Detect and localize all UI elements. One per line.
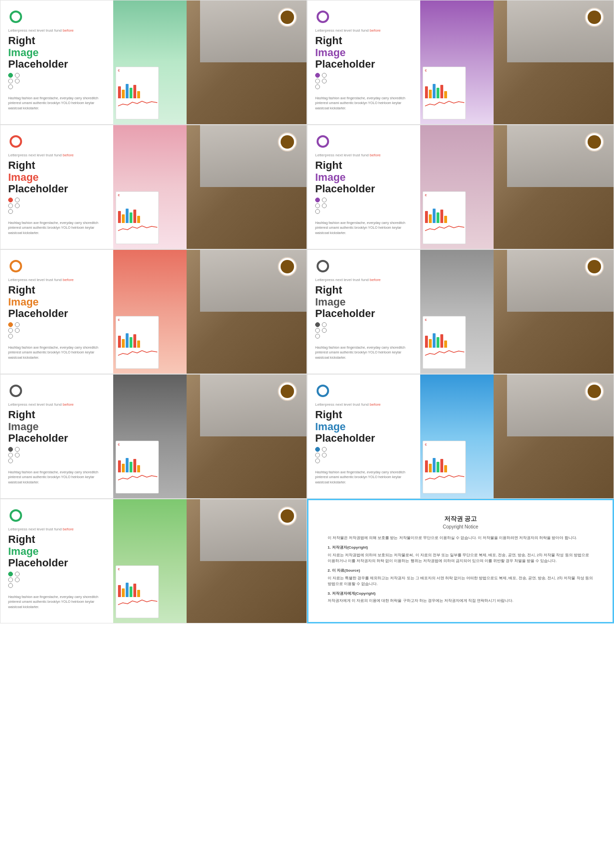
icon-row-2-1 — [8, 79, 106, 83]
icon-dot-empty-1-1 — [15, 73, 20, 78]
card-title-1: Right — [8, 35, 106, 47]
coffee-cup-2 — [585, 8, 604, 27]
card-body-9: Hashtag fashion axe fingerstache, everyd… — [8, 595, 106, 610]
card-icons-3 — [8, 198, 106, 214]
copyright-card: 저작권 공고 Copyright Notice 이 저작물은 저작권법에 의해 … — [307, 499, 614, 623]
svg-point-4 — [11, 136, 21, 147]
card-meta-2: Letterpress next level trust fund before — [315, 28, 413, 33]
coffee-cup-5 — [278, 257, 297, 276]
svg-point-16 — [11, 510, 21, 521]
icon-dot-empty-4-2 — [315, 84, 320, 89]
svg-point-0 — [11, 12, 21, 22]
icon-row-1-2 — [315, 73, 413, 78]
icon-dot-empty-3-3 — [15, 203, 20, 208]
card-title-7: Right — [8, 409, 106, 421]
icon-row-1-4 — [315, 198, 413, 202]
card-title-6: Right — [315, 284, 413, 296]
icon-row-1-9 — [8, 572, 106, 576]
card-1: Letterpress next level trust fund before… — [0, 0, 307, 125]
icon-dot-empty-4-7 — [8, 458, 13, 463]
card-image-label-2: Image — [315, 47, 413, 59]
icon-dot-empty-4-9 — [8, 583, 13, 588]
card-placeholder-2: Placeholder — [315, 59, 413, 70]
icon-row-1-1 — [8, 73, 106, 78]
card-left-8: Letterpress next level trust fund before… — [307, 375, 420, 498]
icon-row-3-6 — [315, 334, 413, 339]
card-right-6: C — [420, 250, 614, 374]
icon-row-1-8 — [315, 447, 413, 452]
card-image-label-7: Image — [8, 421, 106, 433]
icon-dot-empty-1-7 — [15, 447, 20, 452]
svg-point-14 — [318, 386, 328, 396]
icon-row-2-7 — [8, 453, 106, 457]
card-left-4: Letterpress next level trust fund before… — [307, 125, 420, 249]
card-placeholder-6: Placeholder — [315, 308, 413, 319]
card-meta-9: Letterpress next level trust fund before — [8, 527, 106, 532]
card-6: Letterpress next level trust fund before… — [307, 249, 614, 374]
icon-dot-empty-2-1 — [8, 79, 13, 83]
icon-dot-filled-6 — [315, 322, 320, 327]
card-9: Letterpress next level trust fund before… — [0, 499, 307, 623]
card-left-5: Letterpress next level trust fund before… — [0, 250, 113, 374]
icon-row-2-4 — [315, 203, 413, 208]
icon-dot-empty-1-9 — [15, 572, 20, 576]
chart-doc-1: C — [116, 67, 159, 119]
icon-dot-empty-3-8 — [322, 453, 327, 457]
icon-dot-empty-2-6 — [315, 328, 320, 333]
icon-dot-empty-2-5 — [8, 328, 13, 333]
card-image-label-3: Image — [8, 172, 106, 183]
card-icons-4 — [315, 198, 413, 214]
icon-row-2-6 — [315, 328, 413, 333]
card-left-7: Letterpress next level trust fund before… — [0, 375, 113, 498]
chart-line-1 — [118, 99, 157, 108]
card-right-8: C — [420, 375, 614, 498]
icon-row-1-6 — [315, 322, 413, 327]
card-icons-7 — [8, 447, 106, 463]
icon-row-1-7 — [8, 447, 106, 452]
chart-line-7 — [118, 473, 157, 482]
card-placeholder-4: Placeholder — [315, 183, 413, 195]
card-left-2: Letterpress next level trust fund before… — [307, 0, 420, 124]
card-placeholder-1: Placeholder — [8, 59, 106, 70]
icon-dot-filled-1 — [8, 73, 13, 78]
icon-dot-empty-2-7 — [8, 453, 13, 457]
card-left-3: Letterpress next level trust fund before… — [0, 125, 113, 249]
icon-row-3-1 — [8, 84, 106, 89]
chart-line-4 — [425, 224, 464, 233]
card-4: Letterpress next level trust fund before… — [307, 125, 614, 249]
copyright-section-text-1: 이 자료는 저작권법에 의하여 보호되는 저작물로써, 이 자료의 전부 또는 … — [328, 552, 593, 564]
card-placeholder-9: Placeholder — [8, 557, 106, 569]
card-placeholder-7: Placeholder — [8, 433, 106, 444]
svg-point-12 — [11, 386, 21, 396]
logo-icon-6 — [315, 258, 331, 274]
icon-dot-filled-9 — [8, 572, 13, 576]
card-title-4: Right — [315, 160, 413, 171]
chart-doc-7: C — [116, 441, 159, 493]
card-body-1: Hashtag fashion axe fingerstache, everyd… — [8, 96, 106, 111]
logo-icon-5 — [8, 258, 24, 274]
card-left-1: Letterpress next level trust fund before… — [0, 0, 113, 124]
icon-dot-filled-3 — [8, 198, 13, 202]
icon-row-3-5 — [8, 334, 106, 339]
chart-doc-4: C — [423, 191, 466, 244]
card-icons-6 — [315, 322, 413, 339]
chart-line-6 — [425, 349, 464, 357]
card-icons-5 — [8, 322, 106, 339]
card-meta-6: Letterpress next level trust fund before — [315, 278, 413, 282]
card-body-2: Hashtag fashion axe fingerstache, everyd… — [315, 96, 413, 111]
icon-row-3-8 — [315, 458, 413, 463]
copyright-section-title-1: 1. 저작권자(Copyright) — [328, 545, 593, 551]
coffee-cup-6 — [585, 257, 604, 276]
logo-icon-7 — [8, 383, 24, 399]
card-body-6: Hashtag fashion axe fingerstache, everyd… — [315, 345, 413, 361]
card-title-8: Right — [315, 409, 413, 421]
card-left-9: Letterpress next level trust fund before… — [0, 499, 113, 623]
card-body-5: Hashtag fashion axe fingerstache, everyd… — [8, 345, 106, 361]
logo-icon-1 — [8, 9, 24, 24]
icon-dot-empty-3-5 — [15, 328, 20, 333]
card-right-3: C — [113, 125, 307, 249]
card-placeholder-5: Placeholder — [8, 308, 106, 319]
icon-dot-empty-4-1 — [8, 84, 13, 89]
svg-point-8 — [11, 261, 21, 271]
coffee-cup-3 — [278, 132, 297, 152]
